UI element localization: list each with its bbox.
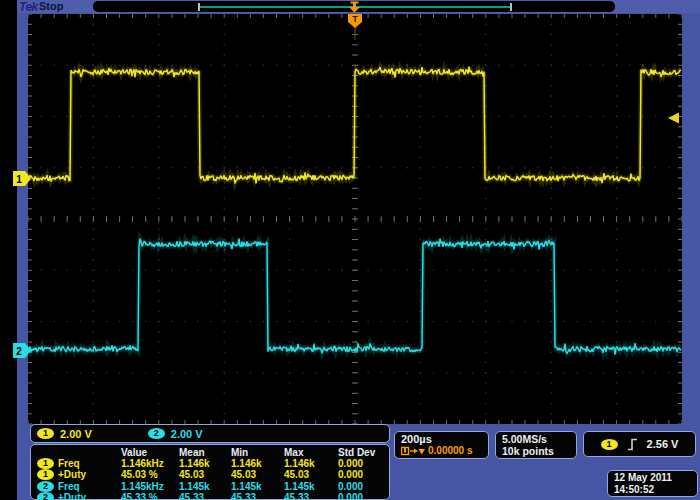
channel2-badge: 2: [148, 428, 165, 439]
row-channel-badge: 1: [37, 458, 54, 469]
meas-max: 45.33: [284, 492, 338, 500]
trigger-source-badge: 1: [601, 439, 618, 450]
rising-edge-icon: [627, 438, 638, 451]
meas-name: Freq: [58, 481, 80, 492]
timebase-readout: 200µs 0.00000 s: [394, 431, 489, 459]
header-stddev: Std Dev: [338, 447, 389, 458]
trigger-delay-icon: [401, 446, 425, 456]
datetime-readout: 12 May 2011 14:50:52: [607, 470, 698, 497]
channel2-ground-marker: 2: [13, 343, 31, 358]
channel1-badge: 1: [37, 428, 54, 439]
meas-mean: 1.146k: [179, 458, 231, 469]
meas-max: 1.146k: [284, 458, 338, 469]
svg-text:2: 2: [16, 346, 22, 357]
table-row: 2+Duty 45.33 % 45.33 45.33 45.33 0.000: [37, 492, 389, 500]
table-row: 2Freq 1.145kHz 1.145k 1.145k 1.145k 0.00…: [37, 481, 389, 492]
waveform-plot: T: [28, 14, 682, 424]
acquisition-record-bar: [93, 1, 615, 12]
meas-stddev: 0.000: [338, 458, 389, 469]
meas-name: +Duty: [58, 469, 86, 480]
window-bracket-right: [510, 3, 512, 11]
meas-max: 1.145k: [284, 481, 338, 492]
channel1-scale: 2.00 V: [60, 428, 92, 440]
meas-name: +Duty: [58, 492, 86, 500]
trigger-level-value: 2.56 V: [647, 438, 679, 450]
meas-min: 1.146k: [231, 458, 284, 469]
trigger-readout: 1 2.56 V: [583, 431, 696, 457]
table-row: 1+Duty 45.03 % 45.03 45.03 45.03 0.000: [37, 469, 389, 480]
meas-stddev: 0.000: [338, 481, 389, 492]
timebase-scale: 200µs: [401, 433, 488, 445]
svg-text:1: 1: [16, 174, 22, 185]
trigger-level-arrow-icon: [668, 113, 679, 124]
oscilloscope-screen: Tek Stop T 1 2: [0, 0, 700, 500]
header-max: Max: [284, 447, 338, 458]
meas-min: 45.33: [231, 492, 284, 500]
trigger-position-flag: T: [348, 14, 362, 40]
meas-max: 45.03: [284, 469, 338, 480]
meas-min: 45.03: [231, 469, 284, 480]
meas-value: 1.146kHz: [121, 458, 179, 469]
meas-min: 1.145k: [231, 481, 284, 492]
time-label: 14:50:52: [614, 484, 697, 496]
header-value: Value: [121, 447, 179, 458]
meas-value: 45.03 %: [121, 469, 179, 480]
meas-value: 45.33 %: [121, 492, 179, 500]
channel1-ground-marker: 1: [13, 171, 31, 186]
left-edge-strip: [0, 0, 17, 500]
meas-mean: 45.03: [179, 469, 231, 480]
trigger-record-position-icon: [348, 1, 361, 13]
row-channel-badge: 2: [37, 481, 54, 492]
graticule-area: T: [28, 14, 682, 424]
record-length: 10k points: [502, 445, 576, 457]
header-min: Min: [231, 447, 284, 458]
svg-text:T: T: [352, 14, 358, 24]
table-row: 1Freq 1.146kHz 1.146k 1.146k 1.146k 0.00…: [37, 458, 389, 469]
date-label: 12 May 2011: [614, 472, 697, 484]
meas-mean: 1.145k: [179, 481, 231, 492]
channel-scale-bar: 1 2.00 V 2 2.00 V: [30, 424, 390, 443]
meas-value: 1.145kHz: [121, 481, 179, 492]
meas-stddev: 0.000: [338, 492, 389, 500]
row-channel-badge: 1: [37, 469, 54, 480]
measurement-header-row: Value Mean Min Max Std Dev: [37, 447, 389, 458]
meas-name: Freq: [58, 458, 80, 469]
header-mean: Mean: [179, 447, 231, 458]
acquisition-readout: 5.00MS/s 10k points: [495, 431, 577, 459]
window-bracket-left: [198, 3, 200, 11]
acquisition-status: Stop: [39, 0, 63, 12]
channel2-scale: 2.00 V: [171, 428, 203, 440]
tek-logo: Tek: [19, 0, 38, 14]
sample-rate: 5.00MS/s: [502, 433, 576, 445]
header-blank: [37, 447, 121, 458]
meas-mean: 45.33: [179, 492, 231, 500]
row-channel-badge: 2: [37, 492, 54, 500]
trigger-position-value: 0.00000 s: [428, 445, 473, 456]
meas-stddev: 0.000: [338, 469, 389, 480]
measurement-table: Value Mean Min Max Std Dev 1Freq 1.146kH…: [30, 444, 390, 500]
